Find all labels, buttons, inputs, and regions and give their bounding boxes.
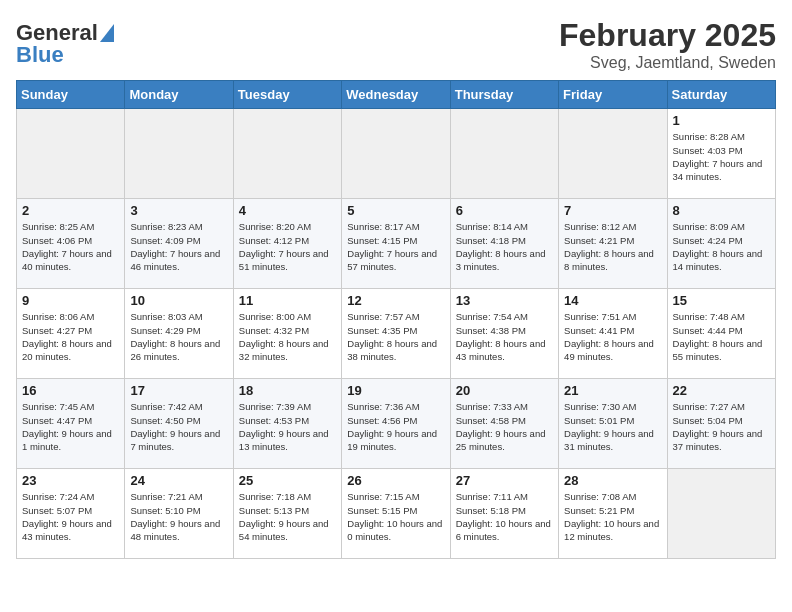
day-info: Sunrise: 7:27 AM Sunset: 5:04 PM Dayligh… — [673, 400, 770, 453]
day-info: Sunrise: 7:36 AM Sunset: 4:56 PM Dayligh… — [347, 400, 444, 453]
day-number: 27 — [456, 473, 553, 488]
day-info: Sunrise: 8:00 AM Sunset: 4:32 PM Dayligh… — [239, 310, 336, 363]
day-info: Sunrise: 7:33 AM Sunset: 4:58 PM Dayligh… — [456, 400, 553, 453]
day-number: 19 — [347, 383, 444, 398]
location-title: Sveg, Jaemtland, Sweden — [559, 54, 776, 72]
calendar-cell: 14Sunrise: 7:51 AM Sunset: 4:41 PM Dayli… — [559, 289, 667, 379]
day-number: 17 — [130, 383, 227, 398]
header: General Blue February 2025 Sveg, Jaemtla… — [16, 16, 776, 72]
day-number: 16 — [22, 383, 119, 398]
calendar-cell: 27Sunrise: 7:11 AM Sunset: 5:18 PM Dayli… — [450, 469, 558, 559]
day-number: 26 — [347, 473, 444, 488]
calendar-cell: 19Sunrise: 7:36 AM Sunset: 4:56 PM Dayli… — [342, 379, 450, 469]
calendar-cell: 21Sunrise: 7:30 AM Sunset: 5:01 PM Dayli… — [559, 379, 667, 469]
calendar-cell: 10Sunrise: 8:03 AM Sunset: 4:29 PM Dayli… — [125, 289, 233, 379]
calendar-cell: 15Sunrise: 7:48 AM Sunset: 4:44 PM Dayli… — [667, 289, 775, 379]
day-number: 25 — [239, 473, 336, 488]
logo-icon — [100, 24, 114, 42]
day-number: 20 — [456, 383, 553, 398]
calendar-cell — [559, 109, 667, 199]
calendar-cell: 11Sunrise: 8:00 AM Sunset: 4:32 PM Dayli… — [233, 289, 341, 379]
day-info: Sunrise: 7:08 AM Sunset: 5:21 PM Dayligh… — [564, 490, 661, 543]
calendar-cell — [125, 109, 233, 199]
calendar-week-2: 2Sunrise: 8:25 AM Sunset: 4:06 PM Daylig… — [17, 199, 776, 289]
day-info: Sunrise: 7:24 AM Sunset: 5:07 PM Dayligh… — [22, 490, 119, 543]
calendar-cell: 25Sunrise: 7:18 AM Sunset: 5:13 PM Dayli… — [233, 469, 341, 559]
header-row: SundayMondayTuesdayWednesdayThursdayFrid… — [17, 81, 776, 109]
header-cell-tuesday: Tuesday — [233, 81, 341, 109]
day-info: Sunrise: 7:42 AM Sunset: 4:50 PM Dayligh… — [130, 400, 227, 453]
day-number: 22 — [673, 383, 770, 398]
title-area: February 2025 Sveg, Jaemtland, Sweden — [559, 16, 776, 72]
day-info: Sunrise: 8:20 AM Sunset: 4:12 PM Dayligh… — [239, 220, 336, 273]
day-info: Sunrise: 8:03 AM Sunset: 4:29 PM Dayligh… — [130, 310, 227, 363]
day-info: Sunrise: 8:17 AM Sunset: 4:15 PM Dayligh… — [347, 220, 444, 273]
day-info: Sunrise: 8:25 AM Sunset: 4:06 PM Dayligh… — [22, 220, 119, 273]
day-number: 6 — [456, 203, 553, 218]
day-number: 10 — [130, 293, 227, 308]
header-cell-sunday: Sunday — [17, 81, 125, 109]
day-info: Sunrise: 8:14 AM Sunset: 4:18 PM Dayligh… — [456, 220, 553, 273]
day-info: Sunrise: 7:11 AM Sunset: 5:18 PM Dayligh… — [456, 490, 553, 543]
calendar-header: SundayMondayTuesdayWednesdayThursdayFrid… — [17, 81, 776, 109]
day-number: 14 — [564, 293, 661, 308]
day-info: Sunrise: 8:12 AM Sunset: 4:21 PM Dayligh… — [564, 220, 661, 273]
day-number: 12 — [347, 293, 444, 308]
day-number: 1 — [673, 113, 770, 128]
calendar-cell: 17Sunrise: 7:42 AM Sunset: 4:50 PM Dayli… — [125, 379, 233, 469]
calendar-cell — [233, 109, 341, 199]
calendar-cell: 2Sunrise: 8:25 AM Sunset: 4:06 PM Daylig… — [17, 199, 125, 289]
page-container: General Blue February 2025 Sveg, Jaemtla… — [0, 0, 792, 569]
day-info: Sunrise: 8:28 AM Sunset: 4:03 PM Dayligh… — [673, 130, 770, 183]
calendar-cell: 24Sunrise: 7:21 AM Sunset: 5:10 PM Dayli… — [125, 469, 233, 559]
calendar-cell: 22Sunrise: 7:27 AM Sunset: 5:04 PM Dayli… — [667, 379, 775, 469]
calendar-cell — [450, 109, 558, 199]
logo-blue: Blue — [16, 42, 64, 68]
day-number: 5 — [347, 203, 444, 218]
calendar-cell: 20Sunrise: 7:33 AM Sunset: 4:58 PM Dayli… — [450, 379, 558, 469]
calendar-cell: 13Sunrise: 7:54 AM Sunset: 4:38 PM Dayli… — [450, 289, 558, 379]
day-info: Sunrise: 7:21 AM Sunset: 5:10 PM Dayligh… — [130, 490, 227, 543]
calendar-body: 1Sunrise: 8:28 AM Sunset: 4:03 PM Daylig… — [17, 109, 776, 559]
header-cell-thursday: Thursday — [450, 81, 558, 109]
day-number: 2 — [22, 203, 119, 218]
calendar-cell — [342, 109, 450, 199]
day-number: 8 — [673, 203, 770, 218]
calendar-cell — [17, 109, 125, 199]
day-number: 4 — [239, 203, 336, 218]
day-info: Sunrise: 8:09 AM Sunset: 4:24 PM Dayligh… — [673, 220, 770, 273]
calendar-cell — [667, 469, 775, 559]
day-number: 21 — [564, 383, 661, 398]
calendar-cell: 26Sunrise: 7:15 AM Sunset: 5:15 PM Dayli… — [342, 469, 450, 559]
day-number: 13 — [456, 293, 553, 308]
calendar-week-4: 16Sunrise: 7:45 AM Sunset: 4:47 PM Dayli… — [17, 379, 776, 469]
day-number: 24 — [130, 473, 227, 488]
day-number: 3 — [130, 203, 227, 218]
calendar-week-3: 9Sunrise: 8:06 AM Sunset: 4:27 PM Daylig… — [17, 289, 776, 379]
calendar-week-1: 1Sunrise: 8:28 AM Sunset: 4:03 PM Daylig… — [17, 109, 776, 199]
calendar-cell: 6Sunrise: 8:14 AM Sunset: 4:18 PM Daylig… — [450, 199, 558, 289]
calendar-cell: 28Sunrise: 7:08 AM Sunset: 5:21 PM Dayli… — [559, 469, 667, 559]
day-info: Sunrise: 7:18 AM Sunset: 5:13 PM Dayligh… — [239, 490, 336, 543]
day-info: Sunrise: 7:51 AM Sunset: 4:41 PM Dayligh… — [564, 310, 661, 363]
calendar-table: SundayMondayTuesdayWednesdayThursdayFrid… — [16, 80, 776, 559]
day-number: 7 — [564, 203, 661, 218]
logo: General Blue — [16, 20, 114, 68]
day-number: 28 — [564, 473, 661, 488]
day-info: Sunrise: 7:54 AM Sunset: 4:38 PM Dayligh… — [456, 310, 553, 363]
day-number: 11 — [239, 293, 336, 308]
calendar-week-5: 23Sunrise: 7:24 AM Sunset: 5:07 PM Dayli… — [17, 469, 776, 559]
calendar-cell: 23Sunrise: 7:24 AM Sunset: 5:07 PM Dayli… — [17, 469, 125, 559]
header-cell-wednesday: Wednesday — [342, 81, 450, 109]
calendar-cell: 5Sunrise: 8:17 AM Sunset: 4:15 PM Daylig… — [342, 199, 450, 289]
calendar-cell: 12Sunrise: 7:57 AM Sunset: 4:35 PM Dayli… — [342, 289, 450, 379]
day-info: Sunrise: 7:57 AM Sunset: 4:35 PM Dayligh… — [347, 310, 444, 363]
calendar-cell: 18Sunrise: 7:39 AM Sunset: 4:53 PM Dayli… — [233, 379, 341, 469]
day-info: Sunrise: 7:45 AM Sunset: 4:47 PM Dayligh… — [22, 400, 119, 453]
day-number: 15 — [673, 293, 770, 308]
calendar-cell: 7Sunrise: 8:12 AM Sunset: 4:21 PM Daylig… — [559, 199, 667, 289]
day-number: 23 — [22, 473, 119, 488]
day-info: Sunrise: 7:15 AM Sunset: 5:15 PM Dayligh… — [347, 490, 444, 543]
calendar-cell: 9Sunrise: 8:06 AM Sunset: 4:27 PM Daylig… — [17, 289, 125, 379]
day-number: 9 — [22, 293, 119, 308]
